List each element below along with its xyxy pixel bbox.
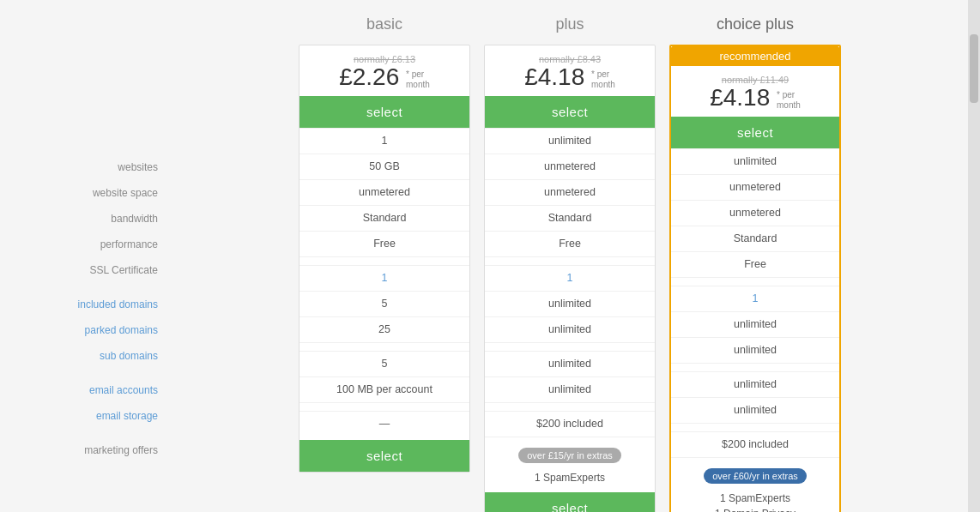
- plus-card: normally £8.43 £4.18 * permonth select u…: [484, 45, 656, 512]
- plus-websites: unlimited: [485, 128, 655, 154]
- basic-price: £2.26 * permonth: [306, 64, 463, 91]
- label-website-space: website space: [0, 180, 172, 206]
- basic-websites: 1: [299, 128, 469, 154]
- cp-extras-item-1: 1 Domain Privacy: [671, 506, 839, 512]
- plan-plus: plus normally £8.43 £4.18 * permonth sel…: [484, 9, 656, 512]
- plus-included-domains: 1: [485, 265, 655, 291]
- cp-sub-domains: unlimited: [671, 337, 839, 363]
- basic-sub-domains: 25: [299, 316, 469, 342]
- choice-plus-per: * permonth: [777, 90, 801, 111]
- label-email-storage: email storage: [0, 403, 172, 429]
- label-bandwidth: bandwidth: [0, 206, 172, 232]
- labels-column: websites website space bandwidth perform…: [0, 0, 172, 512]
- plus-title: plus: [484, 9, 656, 39]
- label-email-accounts: email accounts: [0, 377, 172, 403]
- choice-plus-rows: unlimited unmetered unmetered Standard F…: [671, 148, 839, 457]
- plus-select-top[interactable]: select: [485, 96, 655, 128]
- basic-per: * permonth: [406, 69, 430, 90]
- plus-sub-domains: unlimited: [485, 316, 655, 342]
- basic-pricing: normally £6.13 £2.26 * permonth: [299, 45, 469, 96]
- choice-plus-pricing: normally £11.49 £4.18 * permonth: [671, 66, 839, 117]
- cp-included-domains: 1: [671, 286, 839, 311]
- cp-extras-item-0: 1 SpamExperts: [671, 491, 839, 506]
- plan-choice-plus: choice plus recommended normally £11.49 …: [669, 9, 841, 512]
- plus-email-storage: unlimited: [485, 376, 655, 402]
- label-included-domains: included domains: [0, 292, 172, 317]
- plus-ssl: Free: [485, 231, 655, 256]
- label-group-features: websites website space bandwidth perform…: [0, 154, 172, 463]
- plus-pricing: normally £8.43 £4.18 * permonth: [485, 45, 655, 96]
- basic-email-accounts: 5: [299, 351, 469, 376]
- basic-performance: Standard: [299, 205, 469, 231]
- plus-extras-item-0: 1 SpamExperts: [485, 470, 655, 485]
- basic-rows: 1 50 GB unmetered Standard Free 1 5 25 5…: [299, 128, 469, 437]
- cp-website-space: unmetered: [671, 174, 839, 200]
- plus-email-accounts: unlimited: [485, 351, 655, 376]
- scrollbar[interactable]: [968, 0, 980, 512]
- basic-ssl: Free: [299, 231, 469, 256]
- cp-parked-domains: unlimited: [671, 311, 839, 337]
- cp-extras-badge: over £60/yr in extras: [704, 468, 807, 484]
- plan-basic: basic normally £6.13 £2.26 * permonth se…: [299, 9, 470, 473]
- label-parked-domains: parked domains: [0, 317, 172, 343]
- cp-websites: unlimited: [671, 148, 839, 174]
- basic-card: normally £6.13 £2.26 * permonth select 1…: [299, 45, 470, 473]
- recommended-badge: recommended: [671, 46, 839, 66]
- plus-extras: over £15/yr in extras 1 SpamExperts: [485, 437, 655, 489]
- cp-ssl: Free: [671, 251, 839, 277]
- plus-marketing: $200 included: [485, 411, 655, 437]
- choice-plus-price: £4.18 * permonth: [678, 85, 832, 111]
- label-performance: performance: [0, 232, 172, 257]
- cp-email-storage: unlimited: [671, 397, 839, 423]
- cp-bandwidth: unmetered: [671, 200, 839, 226]
- cp-marketing: $200 included: [671, 431, 839, 457]
- plus-price: £4.18 * permonth: [492, 64, 648, 91]
- basic-select-top[interactable]: select: [299, 96, 469, 128]
- plus-parked-domains: unlimited: [485, 291, 655, 316]
- plus-bandwidth: unmetered: [485, 179, 655, 205]
- plus-website-space: unmetered: [485, 154, 655, 179]
- label-websites: websites: [0, 154, 172, 180]
- label-ssl: SSL Certificate: [0, 257, 172, 283]
- basic-bandwidth: unmetered: [299, 179, 469, 205]
- plus-rows: unlimited unmetered unmetered Standard F…: [485, 128, 655, 437]
- cp-extras: over £60/yr in extras 1 SpamExperts 1 Do…: [671, 457, 839, 512]
- basic-website-space: 50 GB: [299, 154, 469, 179]
- choice-plus-title: choice plus: [669, 9, 841, 39]
- page-wrapper: websites website space bandwidth perform…: [0, 0, 980, 512]
- choice-plus-select-top[interactable]: select: [671, 117, 839, 148]
- choice-plus-card: recommended normally £11.49 £4.18 * perm…: [669, 45, 841, 512]
- basic-parked-domains: 5: [299, 291, 469, 316]
- plus-performance: Standard: [485, 205, 655, 231]
- plus-select-bottom[interactable]: select: [485, 492, 655, 512]
- label-sub-domains: sub domains: [0, 343, 172, 369]
- plus-per: * permonth: [591, 69, 615, 90]
- basic-included-domains: 1: [299, 265, 469, 291]
- plus-extras-badge: over £15/yr in extras: [518, 448, 621, 463]
- cp-email-accounts: unlimited: [671, 371, 839, 397]
- basic-title: basic: [299, 9, 470, 39]
- scrollbar-thumb[interactable]: [970, 34, 978, 103]
- basic-select-bottom[interactable]: select: [299, 440, 469, 472]
- basic-marketing: —: [299, 411, 469, 437]
- basic-email-storage: 100 MB per account: [299, 376, 469, 402]
- plans-area: basic normally £6.13 £2.26 * permonth se…: [172, 0, 968, 512]
- label-marketing-offers: marketing offers: [0, 437, 172, 463]
- cp-performance: Standard: [671, 226, 839, 251]
